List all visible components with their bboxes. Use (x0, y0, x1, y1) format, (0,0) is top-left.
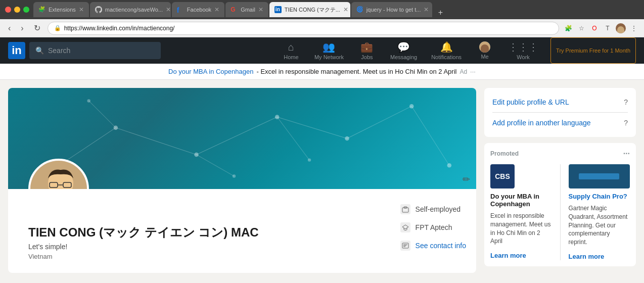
profile-icon[interactable] (616, 23, 626, 33)
promoted-logo-2 (569, 164, 630, 188)
menu-button[interactable]: ⋮ (629, 23, 639, 33)
browser-traffic-lights (5, 7, 29, 13)
me-label: Me (481, 54, 488, 60)
tab-facebook-close[interactable]: ✕ (214, 6, 219, 13)
network-label: My Network (314, 54, 344, 60)
messaging-icon: 💬 (397, 41, 410, 53)
tab-extensions-close[interactable]: ✕ (79, 6, 84, 13)
profile-details: Self-employed FPT Aptech See contact inf… (400, 204, 466, 251)
edit-cover-button[interactable]: ✏ (463, 174, 470, 185)
tab-linkedin-close[interactable]: ✕ (343, 6, 348, 13)
tab-extensions-label: Extensions (49, 7, 76, 13)
refresh-button[interactable]: ↻ (31, 21, 43, 35)
tab-jquery[interactable]: 🌀 jquery - How to get t... ✕ (351, 2, 432, 17)
nav-work[interactable]: ⋮⋮⋮ Work (502, 37, 544, 64)
tab-gmail-close[interactable]: ✕ (258, 6, 263, 13)
tab-jquery-close[interactable]: ✕ (424, 6, 429, 13)
minimize-window-button[interactable] (14, 7, 20, 13)
nav-notifications[interactable]: 🔔 Notifications (425, 37, 468, 64)
translate-icon[interactable]: T (603, 23, 613, 33)
linkedin-logo[interactable]: in (8, 42, 25, 59)
new-tab-button[interactable]: + (435, 8, 446, 17)
promoted-header: Promoted ··· (490, 149, 630, 158)
premium-button[interactable]: Try Premium Free for 1 Month (550, 37, 636, 64)
bookmark-button[interactable]: ☆ (576, 23, 586, 33)
employer-icon (400, 204, 410, 214)
tab-linkedin[interactable]: in TIEN CONG (マクテ... ✕ (269, 2, 350, 17)
tab-gmail[interactable]: G Gmail ✕ (225, 2, 268, 17)
pencil-icon: ✏ (463, 174, 470, 184)
github-tab-icon (95, 6, 102, 13)
linkedin-tab-icon: in (274, 6, 282, 13)
nav-items: ⌂ Home 👥 My Network 💼 Jobs 💬 Messaging 🔔… (276, 37, 636, 64)
education-item: FPT Aptech (400, 222, 466, 232)
help-icon[interactable]: ? (624, 98, 628, 106)
tab-facebook-label: Facebook (187, 7, 211, 13)
tab-github[interactable]: mactiencong/saveWo... ✕ (90, 2, 171, 17)
profile-card: ✏ TIEN CONG (マック テイエン コン) MAC Let's simp… (8, 88, 476, 273)
svg-line-14 (347, 106, 412, 138)
browser-tabs: 🧩 Extensions ✕ mactiencong/saveWo... ✕ f… (33, 2, 639, 17)
see-contact-link[interactable]: See contact info (416, 242, 466, 250)
promoted-item-1: CBS Do your MBA in Copenhagen Excel in r… (490, 164, 552, 260)
ad-options-button[interactable]: ··· (470, 68, 476, 75)
employer-item: Self-employed (400, 204, 466, 214)
svg-line-13 (277, 117, 347, 138)
maximize-window-button[interactable] (23, 7, 29, 13)
add-language-link[interactable]: Add profile in another language (492, 117, 591, 129)
main-content: ✏ TIEN CONG (マック テイエン コン) MAC Let's simp… (0, 80, 644, 281)
address-bar[interactable]: 🔒 https://www.linkedin.com/in/mactiencon… (48, 22, 559, 35)
linkedin-navbar: in 🔍 Search ⌂ Home 👥 My Network 💼 Jobs 💬… (0, 37, 644, 64)
opera-icon[interactable]: O (589, 23, 600, 33)
address-text: https://www.linkedin.com/in/mactiencong/ (64, 25, 553, 32)
education-icon (400, 222, 410, 232)
nav-jobs[interactable]: 💼 Jobs (352, 37, 382, 64)
browser-chrome: 🧩 Extensions ✕ mactiencong/saveWo... ✕ f… (0, 0, 644, 19)
divider (492, 112, 628, 113)
work-icon: ⋮⋮⋮ (508, 41, 538, 53)
right-sidebar: Edit public profile & URL ? Add profile … (484, 88, 636, 273)
search-placeholder: Search (48, 46, 70, 55)
contact-icon (400, 241, 410, 251)
jquery-tab-icon: 🌀 (356, 6, 363, 13)
tab-github-label: mactiencong/saveWo... (105, 7, 163, 13)
nav-messaging[interactable]: 💬 Messaging (384, 37, 423, 64)
back-button[interactable]: ‹ (5, 22, 14, 35)
nav-home[interactable]: ⌂ Home (276, 37, 306, 64)
messaging-label: Messaging (390, 54, 417, 60)
svg-line-17 (277, 117, 309, 160)
edit-public-profile-link[interactable]: Edit public profile & URL (492, 96, 569, 108)
learn-more-1[interactable]: Learn more (490, 252, 552, 259)
tab-facebook[interactable]: f Facebook ✕ (172, 2, 224, 17)
contact-item: See contact info (400, 241, 466, 251)
extensions-action[interactable]: 🧩 (563, 23, 573, 33)
promoted-divider (560, 164, 561, 260)
promoted-items: CBS Do your MBA in Copenhagen Excel in r… (490, 164, 630, 260)
tab-extensions[interactable]: 🧩 Extensions ✕ (33, 2, 89, 17)
promoted-title-2[interactable]: Supply Chain Pro? (569, 193, 630, 200)
lock-icon: 🔒 (54, 25, 61, 31)
close-window-button[interactable] (5, 7, 11, 13)
promoted-item-2: Supply Chain Pro? Gartner Magic Quadrant… (569, 164, 630, 260)
jobs-label: Jobs (361, 54, 373, 60)
nav-my-network[interactable]: 👥 My Network (308, 37, 350, 64)
promoted-options-button[interactable]: ··· (623, 149, 630, 158)
home-label: Home (284, 54, 298, 60)
nav-me[interactable]: Me (470, 37, 500, 64)
profile-location: Vietnam (28, 253, 466, 260)
facebook-tab-icon: f (177, 6, 184, 13)
education-text: FPT Aptech (416, 223, 452, 231)
promoted-desc-2: Gartner Magic Quadrant, Assortment Plann… (569, 204, 630, 247)
tab-github-close[interactable]: ✕ (166, 6, 171, 13)
tab-jquery-label: jquery - How to get t... (366, 7, 421, 13)
svg-line-16 (197, 155, 235, 176)
help-icon-2[interactable]: ? (624, 119, 628, 127)
gmail-tab-icon: G (231, 6, 238, 13)
forward-button[interactable]: › (18, 22, 26, 35)
search-bar[interactable]: 🔍 Search (29, 42, 161, 59)
promoted-label: Promoted (490, 150, 519, 157)
me-avatar (479, 41, 490, 53)
ad-link[interactable]: Do your MBA in Copenhagen (168, 68, 253, 75)
learn-more-2[interactable]: Learn more (569, 253, 630, 260)
promoted-logo-1: CBS (490, 164, 515, 188)
